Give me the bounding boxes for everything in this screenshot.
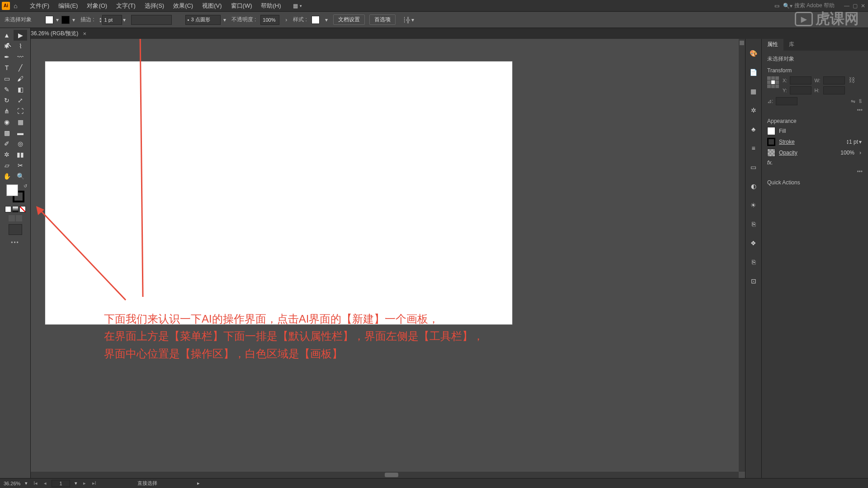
first-artboard-icon[interactable]: I◂	[32, 480, 39, 486]
menu-effect[interactable]: 效果(C)	[169, 2, 198, 10]
free-transform-tool[interactable]: ⛶	[14, 106, 27, 117]
scrollbar-vertical[interactable]	[739, 39, 745, 472]
reference-point-icon[interactable]	[767, 76, 779, 88]
curvature-tool[interactable]: 〰	[14, 52, 27, 62]
selection-tool[interactable]: ▲	[0, 30, 14, 41]
width-tool[interactable]: ⋔	[0, 106, 14, 117]
links-panel-icon[interactable]: ⊡	[748, 276, 759, 286]
column-graph-tool[interactable]: ▮▮	[14, 149, 27, 160]
panel-opacity-val[interactable]: 100%	[840, 150, 854, 156]
search-box[interactable]: 🔍▾ 搜索 Adobe 帮助	[783, 2, 835, 9]
rectangle-tool[interactable]: ▭	[0, 73, 14, 84]
menu-window[interactable]: 窗口(W)	[226, 2, 257, 10]
lasso-tool[interactable]: ⌇	[14, 41, 27, 52]
brush-dd-icon[interactable]: ▾	[222, 18, 227, 22]
flip-h-icon[interactable]: ⇋	[851, 98, 855, 104]
panel-opacity-swatch[interactable]	[767, 149, 775, 157]
maximize-icon[interactable]: ▢	[852, 3, 858, 9]
screen-mode[interactable]	[9, 224, 22, 235]
color-mode-gradient[interactable]	[12, 206, 19, 212]
fx-label[interactable]: fx.	[767, 160, 773, 166]
hand-tool[interactable]: ✋	[0, 171, 14, 182]
next-artboard-icon[interactable]: ▸	[82, 480, 87, 486]
line-tool[interactable]: ╱	[14, 62, 27, 73]
asset-export-panel-icon[interactable]: ⎘	[748, 219, 759, 230]
home-icon[interactable]: ⌂	[14, 2, 17, 9]
canvas-area[interactable]: 下面我们来认识一下AI的操作界面，点击AI界面的【新建】一个画板， 在界面上方是…	[31, 39, 745, 478]
drawmode-behind[interactable]	[16, 215, 22, 221]
scale-tool[interactable]: ⤢	[14, 95, 27, 106]
align-icon[interactable]: ┆╬ ▾	[403, 17, 414, 23]
menu-view[interactable]: 视图(V)	[198, 2, 226, 10]
panel-tab-libraries[interactable]: 库	[783, 39, 800, 51]
tab-close-icon[interactable]: ×	[83, 30, 86, 37]
panel-stroke-val[interactable]: 1 pt	[849, 139, 858, 145]
color-mode-solid[interactable]	[5, 206, 11, 212]
style-swatch[interactable]	[311, 16, 320, 24]
vstroke-profile[interactable]	[131, 15, 172, 25]
stroke-panel-icon[interactable]: ≡	[748, 143, 759, 154]
rotate-tool[interactable]: ↻	[0, 95, 14, 106]
h-input[interactable]	[823, 86, 845, 94]
doc-setup-button[interactable]: 文档设置	[333, 14, 365, 25]
toolbar-more-icon[interactable]: •••	[0, 239, 30, 246]
link-wh-icon[interactable]: ⛓	[849, 76, 855, 84]
mesh-tool[interactable]: ▩	[0, 127, 14, 138]
menu-file[interactable]: 文件(F)	[25, 2, 54, 10]
type-tool[interactable]: T	[0, 62, 14, 73]
document-tab[interactable]: 36.26% (RGB/预览) ×	[31, 30, 86, 38]
style-dd-icon[interactable]: ▾	[324, 18, 329, 22]
symbol-sprayer-tool[interactable]: ✲	[0, 149, 14, 160]
magic-wand-tool[interactable]: ✱	[0, 41, 14, 52]
drawmode-normal[interactable]	[9, 215, 15, 221]
w-input[interactable]	[823, 76, 845, 84]
stroke-weight-dd-icon[interactable]: ▾	[122, 18, 127, 22]
panel-tab-properties[interactable]: 属性	[762, 39, 783, 51]
swatches-panel-icon[interactable]: ▦	[748, 86, 759, 97]
status-play-icon[interactable]: ▸	[197, 480, 200, 486]
stroke-swatch[interactable]	[61, 16, 70, 24]
brush-name[interactable]: 3 点圆形	[191, 16, 210, 23]
direct-selection-tool[interactable]: ▶	[14, 30, 27, 41]
perspective-tool[interactable]: ▦	[14, 117, 27, 127]
doc-panel-icon[interactable]: 📄	[748, 67, 759, 78]
color-panel-icon[interactable]: 🎨	[748, 48, 759, 59]
paintbrush-tool[interactable]: 🖌	[14, 73, 27, 84]
artboards-panel-icon[interactable]: ⎘	[748, 257, 759, 267]
panel-more-icon-2[interactable]: •••	[767, 169, 863, 175]
menu-type[interactable]: 文字(T)	[112, 2, 140, 10]
close-icon[interactable]: ✕	[860, 3, 866, 9]
shaper-tool[interactable]: ✎	[0, 84, 14, 95]
panel-fill-swatch[interactable]	[767, 127, 775, 135]
scrollbar-horizontal[interactable]	[31, 472, 739, 478]
minimize-icon[interactable]: —	[844, 3, 850, 9]
stroke-weight-input[interactable]	[102, 15, 122, 25]
blend-tool[interactable]: ◎	[14, 138, 27, 149]
arrange-docs-icon[interactable]: ▦ ▾	[293, 3, 302, 9]
layers-panel-icon[interactable]: ❖	[748, 238, 759, 249]
preferences-button[interactable]: 首选项	[369, 14, 396, 25]
stroke-dropdown-icon[interactable]: ▾	[71, 18, 76, 22]
fill-swatch[interactable]	[45, 16, 53, 24]
angle-input[interactable]	[776, 97, 797, 105]
menu-object[interactable]: 对象(O)	[82, 2, 112, 10]
gradient-tool[interactable]: ▬	[14, 127, 27, 138]
artboard-number[interactable]: 1	[52, 480, 70, 487]
appearance-panel-icon[interactable]: ☀	[748, 200, 759, 211]
fill-color[interactable]	[6, 184, 18, 196]
shape-builder-tool[interactable]: ◉	[0, 117, 14, 127]
gradient-panel-icon[interactable]: ▭	[748, 162, 759, 173]
opacity-input[interactable]	[260, 15, 279, 25]
flip-v-icon[interactable]: ⥮	[858, 98, 863, 104]
transparency-panel-icon[interactable]: ◐	[748, 181, 759, 192]
window-frame-icon[interactable]: ▭	[774, 3, 779, 9]
color-mode-none[interactable]	[19, 206, 26, 212]
menu-help[interactable]: 帮助(H)	[256, 2, 285, 10]
panel-stroke-swatch[interactable]	[767, 138, 775, 146]
x-input[interactable]	[790, 76, 811, 84]
pen-tool[interactable]: ✒	[0, 52, 14, 62]
last-artboard-icon[interactable]: ▸I	[91, 480, 98, 486]
menu-select[interactable]: 选择(S)	[140, 2, 169, 10]
opacity-dd-icon[interactable]: ›	[284, 18, 288, 22]
panel-more-icon[interactable]: •••	[767, 107, 863, 113]
